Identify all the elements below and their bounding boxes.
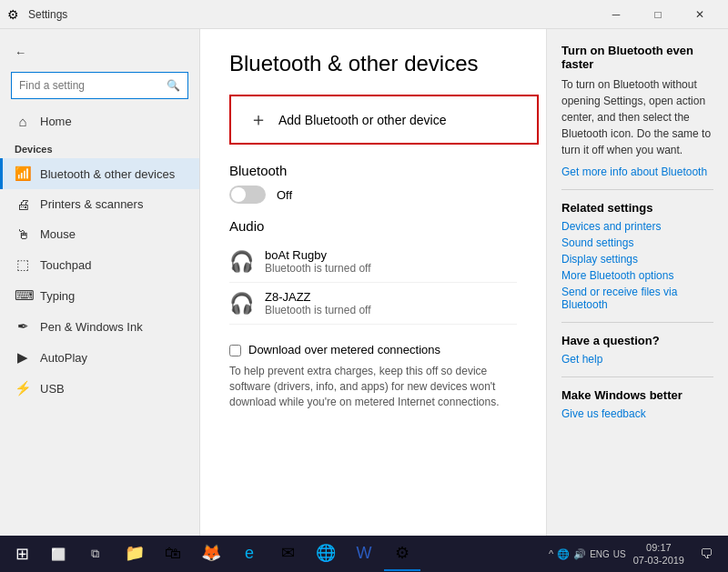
toggle-knob: [231, 187, 246, 202]
taskbar-chrome[interactable]: 🌐: [308, 537, 344, 571]
taskbar-settings[interactable]: ⚙: [384, 537, 420, 571]
faster-title: Turn on Bluetooth even faster: [561, 44, 713, 71]
taskbar-explorer[interactable]: 📁: [116, 537, 153, 571]
better-title: Make Windows better: [561, 388, 713, 402]
notification-btn[interactable]: 🗨: [688, 536, 724, 572]
clock[interactable]: 09:17 07-03-2019: [630, 541, 688, 567]
sidebar-item-usb[interactable]: ⚡ USB: [0, 373, 199, 404]
taskbar-apps: 📁 🛍 🦊 e ✉ 🌐 W ⚙: [116, 537, 545, 571]
window-title: Settings: [25, 8, 595, 21]
related-link[interactable]: Display settings: [561, 253, 713, 266]
bluetooth-label: Bluetooth & other devices: [40, 167, 175, 181]
taskbar-mail[interactable]: ✉: [269, 537, 306, 571]
maximize-button[interactable]: □: [637, 0, 679, 29]
word-icon: W: [357, 544, 372, 563]
download-checkbox-label: Download over metered connections: [248, 343, 440, 356]
better-link[interactable]: Give us feedback: [561, 407, 713, 420]
sidebar-item-touchpad[interactable]: ⬚ Touchpad: [0, 249, 199, 280]
bluetooth-icon: 📶: [15, 166, 31, 182]
page-title: Bluetooth & other devices: [229, 51, 517, 76]
search-input[interactable]: [19, 79, 167, 92]
edge-icon: e: [245, 544, 254, 563]
audio-section-label: Audio: [229, 218, 517, 234]
home-label: Home: [40, 115, 72, 128]
close-button[interactable]: ✕: [679, 0, 721, 29]
explorer-icon: 📁: [125, 543, 145, 563]
search-taskbar-icon: ⬜: [51, 547, 66, 561]
related-link[interactable]: Send or receive files via Bluetooth: [561, 286, 713, 311]
taskbar-word[interactable]: W: [346, 537, 382, 571]
sidebar-item-bluetooth[interactable]: 📶 Bluetooth & other devices: [0, 158, 199, 189]
download-checkbox[interactable]: [229, 345, 241, 356]
settings-icon: ⚙: [395, 543, 410, 563]
sidebar-item-home[interactable]: ⌂ Home: [0, 106, 199, 136]
sidebar-item-typing[interactable]: ⌨ Typing: [0, 280, 199, 311]
related-link[interactable]: Sound settings: [561, 236, 713, 249]
back-button[interactable]: ←: [0, 40, 199, 65]
audio-devices-list: 🎧 boAt Rugby Bluetooth is turned off 🎧 Z…: [229, 241, 517, 325]
time-display: 09:17: [633, 541, 684, 554]
sidebar-item-mouse[interactable]: 🖱 Mouse: [0, 219, 199, 249]
system-tray: ^ 🌐 🔊 ENG US: [549, 548, 626, 560]
taskbar-firefox[interactable]: 🦊: [193, 537, 229, 571]
sidebar-item-autoplay[interactable]: ▶ AutoPlay: [0, 342, 199, 373]
autoplay-icon: ▶: [15, 349, 31, 366]
main-content: Bluetooth & other devices ＋ Add Bluetoot…: [200, 29, 546, 572]
search-icon: 🔍: [167, 79, 180, 92]
taskbar: ⊞ ⬜ ⧉ 📁 🛍 🦊 e ✉ 🌐 W ⚙ ^ 🌐 🔊 ENG US 09:17…: [0, 536, 728, 572]
audio-device-item: 🎧 Z8-JAZZ Bluetooth is turned off: [229, 283, 517, 325]
taskview-icon: ⧉: [91, 547, 99, 561]
device-name: boAt Rugby: [265, 248, 371, 262]
mail-icon: ✉: [281, 543, 295, 563]
home-icon: ⌂: [15, 114, 31, 129]
faster-link[interactable]: Get more info about Bluetooth: [561, 166, 713, 178]
chevron-icon[interactable]: ^: [549, 548, 553, 559]
notification-icon: 🗨: [700, 547, 713, 561]
taskview-btn[interactable]: ⧉: [76, 536, 113, 572]
headphone-icon: 🎧: [229, 250, 254, 274]
minimize-button[interactable]: ─: [595, 0, 637, 29]
bluetooth-toggle[interactable]: [229, 186, 266, 204]
touchpad-icon: ⬚: [15, 256, 31, 273]
audio-device-item: 🎧 boAt Rugby Bluetooth is turned off: [229, 241, 517, 283]
related-link[interactable]: More Bluetooth options: [561, 269, 713, 282]
devices-section-label: Devices: [0, 136, 199, 158]
taskbar-store[interactable]: 🛍: [155, 537, 191, 571]
app-container: ← 🔍 ⌂ Home Devices 📶 Bluetooth & other d…: [0, 29, 728, 572]
search-taskbar-btn[interactable]: ⬜: [40, 536, 76, 572]
network-icon: 🌐: [557, 548, 570, 560]
autoplay-label: AutoPlay: [40, 351, 87, 365]
search-box[interactable]: 🔍: [11, 72, 188, 99]
question-link[interactable]: Get help: [561, 353, 713, 366]
typing-icon: ⌨: [15, 287, 31, 304]
sidebar-item-printers[interactable]: 🖨 Printers & scanners: [0, 189, 199, 219]
related-link[interactable]: Devices and printers: [561, 220, 713, 233]
taskbar-edge[interactable]: e: [231, 537, 268, 571]
add-button-label: Add Bluetooth or other device: [278, 113, 446, 127]
mouse-label: Mouse: [40, 227, 76, 241]
device-name: Z8-JAZZ: [265, 290, 371, 304]
bluetooth-section-label: Bluetooth: [229, 163, 517, 178]
divider-1: [561, 189, 713, 190]
start-button[interactable]: ⊞: [4, 536, 40, 572]
printers-label: Printers & scanners: [40, 197, 143, 211]
pen-label: Pen & Windows Ink: [40, 320, 143, 334]
add-bluetooth-button[interactable]: ＋ Add Bluetooth or other device: [229, 95, 539, 145]
title-bar: ⚙ Settings ─ □ ✕: [0, 0, 728, 29]
headphone-icon: 🎧: [229, 292, 254, 316]
layout-label: US: [613, 549, 626, 559]
lang-label: ENG: [590, 549, 610, 559]
date-display: 07-03-2019: [633, 554, 684, 567]
store-icon: 🛍: [165, 544, 181, 563]
related-links-list: Devices and printersSound settingsDispla…: [561, 220, 713, 311]
touchpad-label: Touchpad: [40, 258, 91, 272]
printers-icon: 🖨: [15, 196, 31, 212]
question-title: Have a question?: [561, 334, 713, 347]
right-panel: Turn on Bluetooth even faster To turn on…: [546, 29, 728, 572]
sidebar-item-pen[interactable]: ✒ Pen & Windows Ink: [0, 311, 199, 342]
device-status: Bluetooth is turned off: [265, 262, 371, 275]
divider-2: [561, 322, 713, 323]
download-checkbox-row: Download over metered connections: [229, 343, 517, 356]
chrome-icon: 🌐: [316, 543, 336, 563]
sidebar-items-list: 📶 Bluetooth & other devices 🖨 Printers &…: [0, 158, 199, 404]
